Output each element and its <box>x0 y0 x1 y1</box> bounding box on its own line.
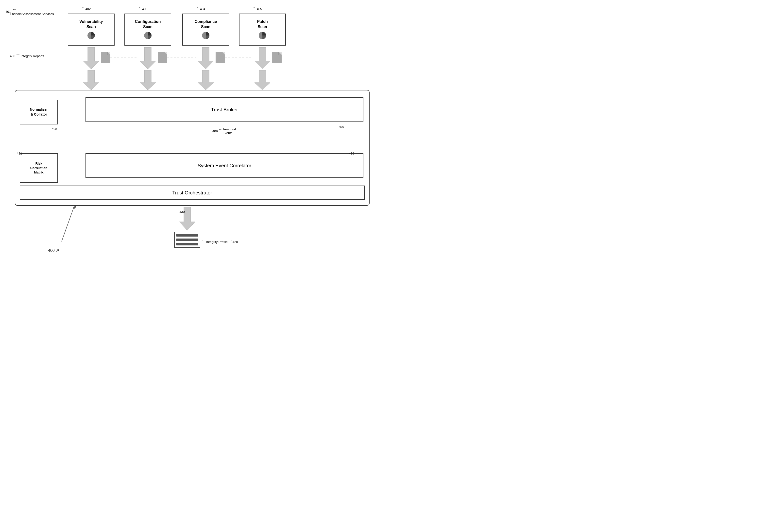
configuration-scan-box: Configuration Scan <box>124 14 171 46</box>
label-411: 411 <box>17 152 22 155</box>
svg-marker-23 <box>198 70 214 90</box>
compliance-scan-label: Compliance Scan <box>195 19 217 30</box>
trust-orchestrator-box: Trust Orchestrator <box>20 186 365 200</box>
svg-line-33 <box>62 207 74 241</box>
svg-rect-12 <box>216 52 225 63</box>
vulnerability-scan-label: Vulnerability Scan <box>79 19 103 30</box>
endpoint-assessment-label: Endpoint Assessment Services <box>10 12 54 16</box>
trust-broker-box: Trust Broker <box>85 97 363 122</box>
label-404: ⌒ 404 <box>196 7 205 11</box>
configuration-pie-icon <box>143 31 152 40</box>
svg-marker-2 <box>83 47 99 69</box>
svg-rect-32 <box>174 232 200 247</box>
svg-marker-13 <box>222 52 225 55</box>
integrity-profile-label: ⌒ Integrity Profile ⌒ 420 <box>202 240 238 244</box>
svg-marker-24 <box>255 70 270 90</box>
vulnerability-pie-icon <box>87 31 96 40</box>
svg-rect-6 <box>101 52 110 63</box>
label-402: ⌒ 402 <box>81 7 91 11</box>
svg-marker-3 <box>140 47 156 69</box>
svg-rect-29 <box>176 234 198 237</box>
label-400: 400 ↗ <box>48 248 59 253</box>
main-system-box: Normalizer & Collator 408 Trust Broker 4… <box>15 90 370 206</box>
svg-marker-10 <box>164 52 167 55</box>
svg-marker-7 <box>107 52 110 55</box>
temporal-events-section: 409 ⌒ Temporal Events <box>212 127 236 135</box>
svg-marker-22 <box>140 70 156 90</box>
integrity-reports-section: 406 ⌒ Integrity Reports <box>10 54 44 58</box>
label-430: 430 <box>179 210 185 214</box>
risk-correlation-matrix-box: Risk Correlation Matrix <box>20 153 58 183</box>
svg-marker-4 <box>198 47 214 69</box>
svg-rect-30 <box>176 239 198 241</box>
diagram-container: 401 ⌒ Endpoint Assessment Services ⌒ 402… <box>0 0 383 266</box>
label-405: ⌒ 405 <box>253 7 262 11</box>
svg-marker-21 <box>83 70 99 90</box>
configuration-scan-label: Configuration Scan <box>135 19 161 30</box>
normalizer-collator-box: Normalizer & Collator <box>20 100 58 124</box>
svg-marker-5 <box>255 47 270 69</box>
system-event-correlator-box: System Event Correlator <box>85 153 363 178</box>
compliance-pie-icon <box>201 31 210 40</box>
vulnerability-scan-box: Vulnerability Scan <box>68 14 115 46</box>
patch-scan-label: Patch Scan <box>257 19 268 30</box>
patch-pie-icon <box>258 31 267 40</box>
svg-rect-15 <box>272 52 282 63</box>
patch-scan-box: Patch Scan <box>239 14 286 46</box>
compliance-scan-box: Compliance Scan <box>182 14 229 46</box>
svg-rect-31 <box>176 243 198 245</box>
label-407: 407 <box>339 125 344 129</box>
label-403: ⌒ 403 <box>138 7 147 11</box>
label-410: 410 <box>349 152 354 155</box>
svg-marker-34 <box>73 206 76 209</box>
svg-rect-9 <box>158 52 167 63</box>
label-408: 408 <box>52 127 57 131</box>
svg-marker-16 <box>279 52 282 55</box>
